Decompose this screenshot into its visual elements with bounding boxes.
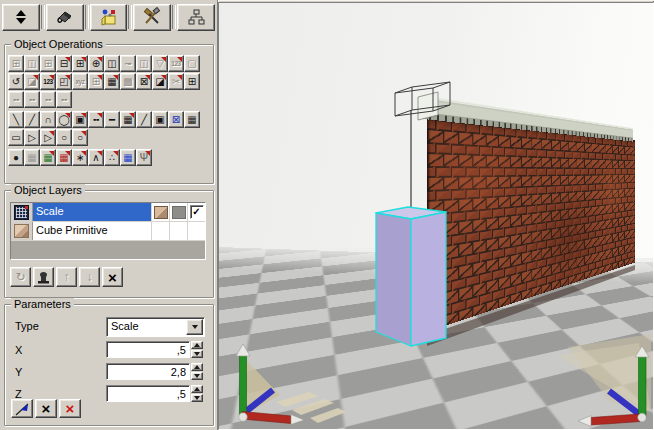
filter-funnel-icon: ▽ [156,57,164,70]
blue-mesh-button[interactable]: ▦ [120,149,136,166]
thick-segment-button[interactable]: ━ [104,111,120,128]
node-chain-icon: ╍ [93,113,99,126]
edge-segment-2-button[interactable]: ╍ [24,91,40,108]
line-with-nodes-button[interactable]: ╲ [8,111,24,128]
y-spin-down-button[interactable] [191,372,203,380]
selected-scale-box[interactable] [376,207,446,346]
z-spin-up-button[interactable] [191,385,203,393]
paint-fill-button[interactable] [46,4,84,31]
y-axis-green [240,355,247,416]
delete-parameters-button[interactable]: × [59,399,81,418]
x-spin-down-button[interactable] [191,350,203,358]
refresh-layer-button[interactable]: ↻ [10,267,31,287]
coping-end-cap [418,92,438,120]
clear-parameters-button[interactable]: × [35,399,57,418]
y-input[interactable] [106,363,190,380]
vegetation-map-button[interactable]: ▦ [40,149,56,166]
edge-segment-1-button[interactable]: ╍ [8,91,24,108]
box-marker-button[interactable]: ▣ [152,111,168,128]
y-axis-green [639,356,647,418]
checker-swap-button[interactable]: ▩ [120,73,136,90]
z-input[interactable] [106,385,190,402]
ellipse-marked-button[interactable]: ○ [72,129,88,146]
heat-map-button[interactable]: ▦ [56,149,72,166]
center-handle-button[interactable]: ▣ [72,111,88,128]
z-spin-down-button[interactable] [191,394,203,402]
main-toolbar [2,2,215,32]
circle-quarters-button[interactable]: ⊕ [88,55,104,72]
layer-visible-checkbox[interactable]: ✓ [190,205,204,219]
y-row: Y [11,363,207,382]
curve-line-button[interactable]: ╱ [24,111,40,128]
floor-stripe [310,408,346,423]
edge-segment-1-icon: ╍ [13,93,19,106]
layer-row-cube-primitive[interactable]: Cube Primitive [11,222,205,241]
toolbar-separator [85,5,89,29]
type-combobox[interactable]: Scale [106,317,205,337]
transform-mode-button[interactable] [2,4,40,31]
filter-funnel-button[interactable]: ▽ [152,55,168,72]
dense-grid-button[interactable]: ▦ [184,111,200,128]
rotate-reset-button[interactable]: ↺ [8,73,24,90]
polygon-shape-button[interactable]: ▷ [24,129,40,146]
x-axis-tip [291,415,304,425]
split-columns-button[interactable]: ◫ [24,55,40,72]
box-cross-button[interactable]: ⊠ [136,73,152,90]
xyz-coords-button[interactable]: xyz [72,73,88,90]
numbering-123-button[interactable]: 123 [40,73,56,90]
y-spin-up-button[interactable] [191,363,203,371]
renumber-123-button[interactable]: 123 [168,55,184,72]
grid-extend-button[interactable]: ⊞ [184,73,200,90]
merge-grid-button[interactable]: ⊞ [40,55,56,72]
rounded-frame-button[interactable]: ▢ [184,55,200,72]
hierarchy-button[interactable] [177,4,215,31]
axis-gizmo-right[interactable] [556,334,651,427]
edge-segment-4-button[interactable]: ╍ [56,91,72,108]
apply-flag-button[interactable] [11,399,33,418]
layer-row-scale[interactable]: Scale ✓ [11,203,205,222]
axis-gizmo-left[interactable] [236,344,346,425]
edge-segment-3-button[interactable]: ╍ [40,91,56,108]
stamp-layer-button[interactable] [33,267,54,287]
scene-objects-button[interactable] [90,4,128,31]
merge-cells-button[interactable]: ⊞ [8,55,24,72]
tree-brush-button[interactable]: Ψ [136,149,152,166]
grid-fill-button[interactable]: ▦ [104,73,120,90]
partial-grid-button[interactable]: ▦ [120,111,136,128]
toolbar-separator [128,5,132,29]
straight-line-button[interactable]: ╱ [136,111,152,128]
spray-dots-button[interactable]: ∗ [72,149,88,166]
viewport-3d[interactable] [218,2,654,430]
node-chain-button[interactable]: ╍ [88,111,104,128]
arc-segment-button[interactable]: ∩ [40,111,56,128]
cut-scissors-button[interactable]: ✂ [168,73,184,90]
color-swatch[interactable] [172,206,186,219]
ridge-lines-button[interactable]: ∧ [88,149,104,166]
split-window-button[interactable]: ⊟ [56,55,72,72]
scatter-pattern-button[interactable]: ∴ [104,149,120,166]
copy-transform-button[interactable]: ◪ [24,73,40,90]
circle-outline-button[interactable]: ◯ [56,111,72,128]
grid-window-button[interactable]: ⊞ [72,55,88,72]
x-spin-up-button[interactable] [191,341,203,349]
polygon-marked-button[interactable]: ▷ [40,129,56,146]
grid-quad-button[interactable]: ⊞ [88,73,104,90]
delete-layer-button[interactable]: × [102,267,123,287]
duplicate-object-button[interactable]: ◫ [104,55,120,72]
fill-bucket-button[interactable]: ● [8,149,24,166]
curve-line-icon: ╱ [29,113,35,126]
ellipse-outline-button[interactable]: ○ [56,129,72,146]
overlap-objects-button[interactable]: ◫ [136,55,152,72]
tools-button[interactable] [133,4,171,31]
move-layer-up-button[interactable]: ↑ [56,267,77,287]
paste-new-button[interactable]: ◰ [56,73,72,90]
move-layer-down-button[interactable]: ↓ [79,267,100,287]
combo-dropdown-button[interactable] [186,319,203,335]
plain-grid-button[interactable]: ▦ [24,149,40,166]
rect-outline-button[interactable]: ▭ [8,129,24,146]
blue-cross-box-button[interactable]: ⊠ [168,111,184,128]
material-swatch[interactable] [154,206,168,219]
connect-objects-button[interactable]: ╼ [120,55,136,72]
box-diagonal-button[interactable]: ◪ [152,73,168,90]
x-input[interactable] [106,341,190,358]
